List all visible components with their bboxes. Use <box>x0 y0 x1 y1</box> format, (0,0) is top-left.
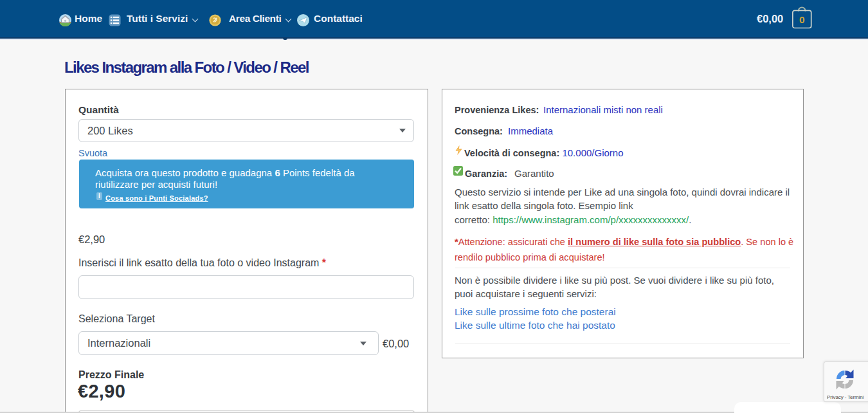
svg-text:0: 0 <box>799 14 805 25</box>
